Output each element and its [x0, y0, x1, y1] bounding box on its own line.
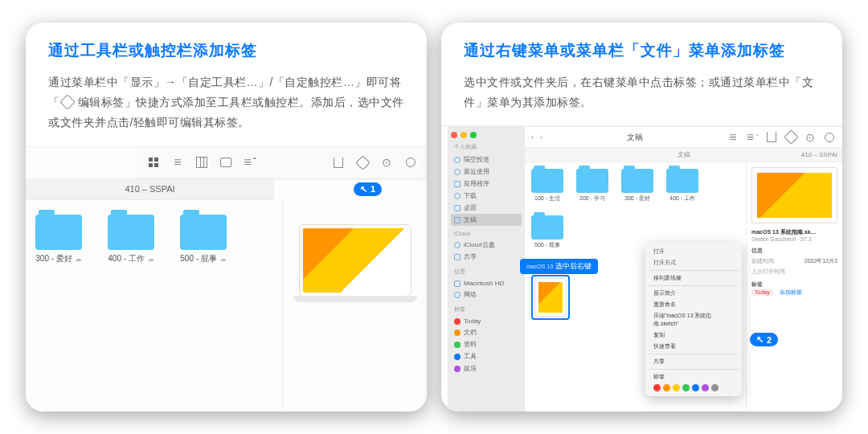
callout-1: ↖1 [354, 182, 382, 196]
folder-item[interactable]: 500 - 屁事 [531, 215, 563, 249]
search-icon[interactable] [404, 156, 417, 169]
info-pane: macOS 13 系统指南.sk… Sketch Document · 57.3… [746, 162, 842, 411]
sidebar-item[interactable]: 桌面 [451, 202, 522, 214]
share-icon[interactable] [332, 156, 345, 169]
folder-item[interactable]: 500 - 屁事 ☁ [180, 215, 227, 264]
list-view-icon[interactable] [171, 156, 184, 169]
list-view-icon[interactable] [727, 131, 739, 144]
more-icon[interactable] [380, 156, 393, 169]
card1-title: 通过工具栏或触控栏添加标签 [48, 40, 404, 61]
sidebar-item[interactable]: 下载 [451, 190, 522, 202]
sidebar-item[interactable]: 最近使用 [451, 166, 522, 178]
card2-title: 通过右键菜单或菜单栏「文件」菜单添加标签 [464, 40, 820, 61]
group-icon[interactable] [746, 131, 759, 144]
folder-item[interactable]: 300 - 爱好 [621, 169, 653, 203]
tooltip-select: macOS 13 选中后右键 [520, 259, 598, 274]
sidebar-item-documents[interactable]: 文稿 [451, 214, 522, 226]
search-icon[interactable] [823, 131, 836, 144]
tag-icon[interactable] [784, 131, 797, 144]
add-tag-button[interactable]: 添加标签 [780, 289, 802, 295]
folder-item[interactable]: 100 - 生活 [531, 169, 563, 203]
sidebar-item[interactable]: 应用程序 [451, 178, 522, 190]
tag-colors[interactable] [649, 383, 739, 393]
folder-item[interactable]: 400 - 工作 [666, 169, 698, 203]
sidebar-tag[interactable]: 工具 [451, 350, 522, 362]
sidebar-item[interactable]: 网络 [451, 289, 522, 301]
screenshot1: ↖1 410 – SSPAI 300 - 爱好 ☁ 400 - 工作 ☁ 500… [26, 146, 427, 411]
sidebar-tag[interactable]: 文档 [451, 326, 522, 338]
folder-item[interactable]: 200 - 学习 [576, 169, 608, 203]
path-bar: 410 – SSPAI [26, 179, 274, 200]
tag-badge[interactable]: Today [751, 289, 773, 296]
toolbar: ‹ › 文稿 [525, 127, 842, 148]
card2-desc: 选中文件或文件夹后，在右键菜单中点击标签；或通过菜单栏中「文件」菜单为其添加标签… [464, 72, 820, 113]
callout-2: ↖2 [750, 333, 778, 346]
sidebar-tag[interactable]: 娱乐 [451, 362, 522, 375]
sidebar-tag[interactable]: 资料 [451, 338, 522, 350]
folder-icon [108, 215, 154, 250]
traffic-lights[interactable] [451, 132, 517, 138]
sidebar-item[interactable]: 隔空投送 [451, 154, 522, 166]
context-menu[interactable]: 打开 打开方式 移到废纸篓 显示简介 重新命名 压缩"macOS 13 系统指南… [645, 243, 742, 396]
tag-icon [59, 94, 76, 110]
folder-item[interactable]: 300 - 爱好 ☁ [35, 215, 82, 264]
path-bar: 文稿410 – SSPAI [525, 148, 842, 162]
gallery-view-icon[interactable] [219, 156, 232, 169]
back-icon[interactable]: ‹ [531, 133, 534, 141]
screenshot2: 个人收藏 隔空投送 最近使用 应用程序 下载 桌面 文稿 iCloud iClo… [441, 125, 842, 411]
sidebar-item[interactable]: Macintosh HD [451, 278, 522, 289]
tag-icon[interactable] [356, 156, 369, 169]
sidebar-item[interactable]: iCloud云盘 [451, 239, 522, 251]
grid-view-icon[interactable] [147, 156, 160, 169]
card1-desc: 通过菜单栏中「显示」→「自定工具栏…」/「自定触控栏…」即可将「 编辑标签」快捷… [48, 72, 404, 133]
share-icon[interactable] [765, 131, 778, 144]
toolbar [137, 147, 427, 179]
column-view-icon[interactable] [195, 156, 208, 169]
preview-thumb [751, 167, 837, 223]
folder-icon [35, 215, 82, 250]
folder-icon [180, 215, 227, 250]
window-title: 文稿 [549, 132, 720, 143]
sidebar-item[interactable]: 共享 [451, 251, 522, 263]
more-icon[interactable] [804, 131, 817, 144]
sidebar-tag[interactable]: Today [451, 316, 522, 326]
sidebar: 个人收藏 隔空投送 最近使用 应用程序 下载 桌面 文稿 iCloud iClo… [448, 127, 525, 411]
folder-item[interactable]: 400 - 工作 ☁ [108, 215, 154, 264]
preview-pane [282, 200, 427, 411]
forward-icon[interactable]: › [540, 133, 542, 141]
group-icon[interactable] [244, 156, 256, 169]
file-selected[interactable] [531, 275, 570, 320]
